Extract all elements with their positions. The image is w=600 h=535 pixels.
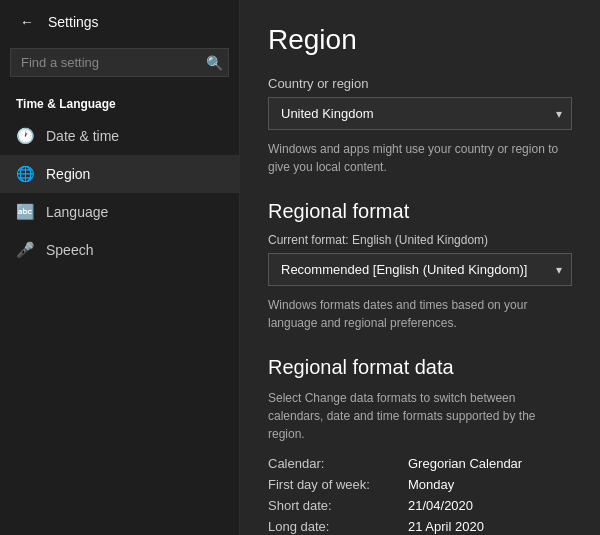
- page-title: Region: [268, 24, 572, 56]
- back-button[interactable]: ←: [16, 12, 38, 32]
- sidebar-item-label: Date & time: [46, 128, 119, 144]
- format-dropdown-wrapper: Recommended [English (United Kingdom)] ▾: [268, 253, 572, 286]
- current-format-label: Current format: English (United Kingdom): [268, 233, 572, 247]
- search-container: 🔍: [10, 48, 229, 77]
- data-key: Short date:: [268, 498, 408, 513]
- country-section: Country or region United Kingdom ▾ Windo…: [268, 76, 572, 176]
- format-data-heading: Regional format data: [268, 356, 572, 379]
- data-value: Gregorian Calendar: [408, 456, 522, 471]
- main-content: Region Country or region United Kingdom …: [240, 0, 600, 535]
- table-row: Long date:21 April 2020: [268, 516, 572, 535]
- language-icon: 🔤: [16, 203, 34, 221]
- data-key: First day of week:: [268, 477, 408, 492]
- data-key: Long date:: [268, 519, 408, 534]
- sidebar-header: ← Settings: [0, 0, 239, 44]
- table-row: Calendar:Gregorian Calendar: [268, 453, 572, 474]
- sidebar-section-label: Time & Language: [0, 89, 239, 117]
- country-dropdown[interactable]: United Kingdom: [268, 97, 572, 130]
- search-icon[interactable]: 🔍: [206, 55, 223, 71]
- data-value: Monday: [408, 477, 454, 492]
- country-label: Country or region: [268, 76, 572, 91]
- globe-icon: 🌐: [16, 165, 34, 183]
- country-description: Windows and apps might use your country …: [268, 140, 572, 176]
- clock-icon: 🕐: [16, 127, 34, 145]
- country-dropdown-wrapper: United Kingdom ▾: [268, 97, 572, 130]
- table-row: First day of week:Monday: [268, 474, 572, 495]
- sidebar-item-label: Language: [46, 204, 108, 220]
- data-value: 21/04/2020: [408, 498, 473, 513]
- sidebar-item-date-time[interactable]: 🕐 Date & time: [0, 117, 239, 155]
- search-input[interactable]: [10, 48, 229, 77]
- sidebar-title: Settings: [48, 14, 99, 30]
- table-row: Short date:21/04/2020: [268, 495, 572, 516]
- format-dropdown[interactable]: Recommended [English (United Kingdom)]: [268, 253, 572, 286]
- sidebar-item-label: Speech: [46, 242, 93, 258]
- format-data-description: Select Change data formats to switch bet…: [268, 389, 572, 443]
- regional-format-heading: Regional format: [268, 200, 572, 223]
- microphone-icon: 🎤: [16, 241, 34, 259]
- sidebar-item-speech[interactable]: 🎤 Speech: [0, 231, 239, 269]
- regional-format-section: Regional format Current format: English …: [268, 200, 572, 332]
- sidebar-item-language[interactable]: 🔤 Language: [0, 193, 239, 231]
- format-data-section: Regional format data Select Change data …: [268, 356, 572, 535]
- format-description: Windows formats dates and times based on…: [268, 296, 572, 332]
- data-value: 21 April 2020: [408, 519, 484, 534]
- data-key: Calendar:: [268, 456, 408, 471]
- sidebar-item-region[interactable]: 🌐 Region: [0, 155, 239, 193]
- sidebar-item-label: Region: [46, 166, 90, 182]
- sidebar: ← Settings 🔍 Time & Language 🕐 Date & ti…: [0, 0, 240, 535]
- format-data-table: Calendar:Gregorian CalendarFirst day of …: [268, 453, 572, 535]
